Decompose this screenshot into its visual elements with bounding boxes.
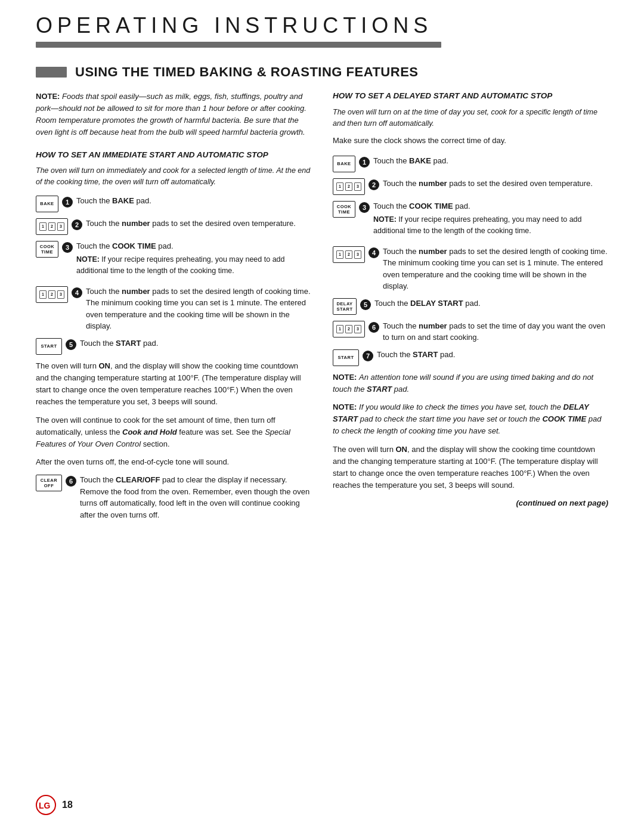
r-body-1: The oven will turn ON, and the display w… [333,444,608,492]
step-num-6: 6 [66,475,76,487]
r-number-button-icon-2: 1 2 3 [333,246,365,263]
page-header: Operating Instructions [0,0,644,48]
make-sure-text: Make sure the clock shows the correct ti… [333,135,608,147]
step-row-1: BAKE 1 Touch the BAKE pad. [36,195,311,212]
section-title-bar: Using the Timed Baking & Roasting Featur… [36,64,608,80]
lg-logo-icon: LG [36,795,56,815]
step-num-4: 4 [72,287,82,298]
header-bar [36,42,441,48]
r-step-row-2: 1 2 3 2 Touch the number pads to set the… [333,178,608,195]
r-delay-start-button-icon: DELAYSTART [333,298,357,315]
step-row-4: 1 2 3 4 Touch the number pads to set the… [36,286,311,332]
header-title: Operating Instructions [36,13,608,38]
step-4-content: Touch the number pads to set the desired… [86,286,311,332]
number-button-icon-2: 1 2 3 [36,286,68,303]
r-step-row-7: START 7 Touch the START pad. [333,349,608,366]
step-row-2: 1 2 3 2 Touch the number pads to set the… [36,218,311,235]
step-row-5: START 5 Touch the START pad. [36,337,311,355]
r-step-4-content: Touch the number pads to set the desired… [383,246,608,292]
r-step-icon-col-7: START [333,349,359,366]
step-3-note: NOTE: If your recipe requires preheating… [76,254,311,277]
step-num-3: 3 [62,241,73,253]
step-icon-col-2: 1 2 3 [36,218,68,235]
step-1-content: Touch the BAKE pad. [76,195,311,207]
r-step-num-5: 5 [360,299,371,310]
step-6-content: Touch the CLEAR/OFF pad to clear the dis… [80,474,311,521]
clear-button-icon: CLEAROFF [36,475,62,491]
step-num-1: 1 [62,196,73,208]
r-step-5-content: Touch the DELAY START pad. [374,298,608,309]
step-3-content: Touch the COOK TIME pad. NOTE: If your r… [76,240,311,280]
section-title-decoration [36,67,67,78]
step-2-content: Touch the number pads to set the desired… [86,218,311,230]
page-number: 18 [62,800,73,810]
r-step-2-content: Touch the number pads to set the desired… [383,178,608,190]
step-num-5: 5 [66,339,76,350]
body-text-1: The oven will turn ON, and the display w… [36,360,311,408]
r-number-button-icon: 1 2 3 [333,178,365,195]
start-button-icon: START [36,338,62,355]
r-step-num-3: 3 [359,202,370,213]
page-footer: LG 18 [36,795,73,815]
r-step-icon-col-6: 1 2 3 [333,321,365,337]
body-text-2: The oven will continue to cook for the s… [36,414,311,450]
section-title: Using the Timed Baking & Roasting Featur… [75,64,419,80]
r-step-row-1: BAKE 1 Touch the BAKE pad. [333,155,608,172]
r-step-7-content: Touch the START pad. [377,349,608,361]
r-step-icon-col-5: DELAYSTART [333,298,357,315]
r-step-6-content: Touch the number pads to set the time of… [383,320,608,343]
r-step-num-6: 6 [369,321,379,333]
step-icon-col-4: 1 2 3 [36,286,68,303]
body-text-3: After the oven turns off, the end-of-cyc… [36,456,311,468]
r-step-icon-col-2: 1 2 3 [333,178,365,195]
step-icon-col-6: CLEAROFF [36,475,62,491]
r-step-num-2: 2 [369,179,379,190]
note-label: NOTE: [36,92,60,101]
delayed-start-heading: How To Set A Delayed Start And Automatic… [333,91,608,102]
r-step-row-6: 1 2 3 6 Touch the number pads to set the… [333,320,608,343]
r-step-row-5: DELAYSTART 5 Touch the DELAY START pad. [333,298,608,315]
step-5-content: Touch the START pad. [80,337,311,349]
bake-button-icon: BAKE [36,196,58,212]
immediate-start-intro: The oven will turn on immediately and co… [36,165,311,188]
r-step-icon-col-1: BAKE [333,156,355,172]
step-icon-col-1: BAKE [36,196,58,212]
r-step-num-4: 4 [369,247,379,258]
r-cook-time-button-icon: COOKTIME [333,201,355,218]
r-number-button-icon-3: 1 2 3 [333,321,365,337]
step-icon-col-3: COOKTIME [36,241,58,258]
r-step-row-3: COOKTIME 3 Touch the COOK TIME pad. NOTE… [333,200,608,240]
continued-text: (continued on next page) [333,498,608,507]
note-intro: NOTE: Foods that spoil easily—such as mi… [36,91,311,139]
r-note-1: NOTE: An attention tone will sound if yo… [333,371,608,395]
r-note-2: NOTE: If you would like to check the tim… [333,401,608,437]
r-step-num-1: 1 [359,156,370,168]
r-step-icon-col-3: COOKTIME [333,201,355,218]
r-step-3-note: NOTE: If your recipe requires preheating… [373,214,608,237]
svg-text:LG: LG [39,801,51,810]
r-step-icon-col-4: 1 2 3 [333,246,365,263]
r-step-3-content: Touch the COOK TIME pad. NOTE: If your r… [373,200,608,240]
content-area: NOTE: Foods that spoil easily—such as mi… [0,91,644,526]
step-row-6: CLEAROFF 6 Touch the CLEAR/OFF pad to cl… [36,474,311,521]
step-num-2: 2 [72,219,82,230]
r-step-1-content: Touch the BAKE pad. [373,155,608,167]
r-bake-button-icon: BAKE [333,156,355,172]
number-button-icon: 1 2 3 [36,218,68,235]
r-start-button-icon: START [333,349,359,366]
col-right: How To Set A Delayed Start And Automatic… [333,91,608,526]
step-icon-col-5: START [36,338,62,355]
col-left: NOTE: Foods that spoil easily—such as mi… [36,91,311,526]
r-step-num-7: 7 [363,350,373,361]
immediate-start-heading: How To Set An Immediate Start And Automa… [36,150,311,161]
cook-time-button-icon: COOKTIME [36,241,58,258]
delayed-start-intro: The oven will turn on at the time of day… [333,107,608,129]
note-text: Foods that spoil easily—such as milk, eg… [36,92,306,137]
step-row-3: COOKTIME 3 Touch the COOK TIME pad. NOTE… [36,240,311,280]
r-step-row-4: 1 2 3 4 Touch the number pads to set the… [333,246,608,292]
